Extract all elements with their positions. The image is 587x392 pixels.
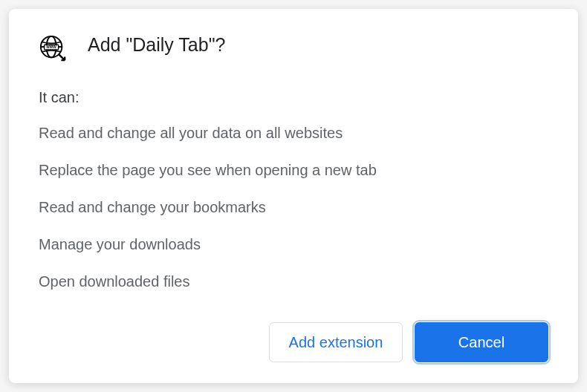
extension-install-dialog: WWW Add "Daily Tab"? It can: Read and ch… <box>9 9 578 383</box>
permission-item: Manage your downloads <box>39 234 548 255</box>
svg-text:WWW: WWW <box>46 45 56 49</box>
globe-www-icon: WWW <box>39 34 67 62</box>
dialog-title: Add "Daily Tab"? <box>88 33 225 57</box>
add-extension-button[interactable]: Add extension <box>269 322 403 362</box>
dialog-buttons: Add extension Cancel <box>39 322 548 362</box>
permission-item: Read and change your bookmarks <box>39 197 548 218</box>
permissions-section: It can: Read and change all your data on… <box>39 89 548 316</box>
permissions-intro: It can: <box>39 89 548 106</box>
permission-item: Replace the page you see when opening a … <box>39 160 548 180</box>
dialog-header: WWW Add "Daily Tab"? <box>39 33 548 62</box>
permission-item: Read and change all your data on all web… <box>39 122 548 143</box>
permission-item: Open downloaded files <box>39 271 548 292</box>
cancel-button[interactable]: Cancel <box>415 322 548 362</box>
